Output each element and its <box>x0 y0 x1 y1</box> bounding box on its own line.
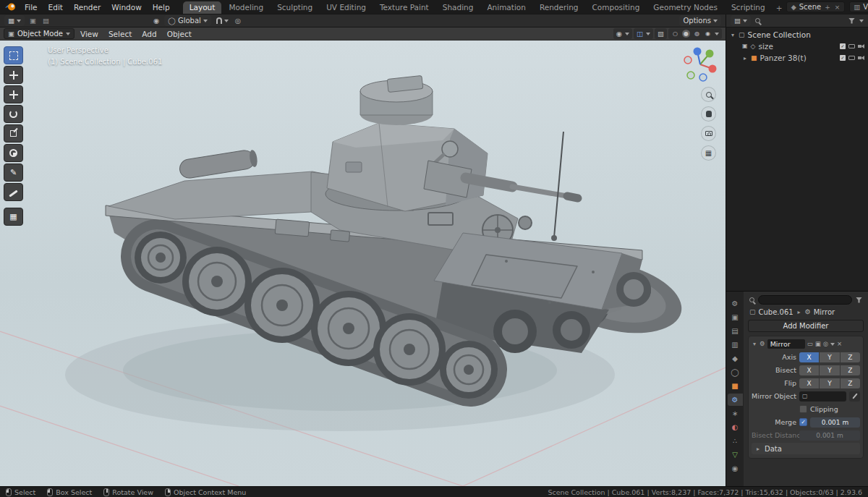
viewport-menu-view[interactable]: View <box>76 29 103 39</box>
view-layer-selector[interactable]: ▥ View Layer × <box>849 1 868 12</box>
show-gizmo-icon[interactable]: ◉ <box>616 30 622 38</box>
material-shading-icon[interactable]: ◍ <box>693 30 701 38</box>
workspace-tab-modeling[interactable]: Modeling <box>222 1 270 14</box>
eyedropper-button[interactable] <box>849 391 860 402</box>
axis-y-button[interactable]: Y <box>820 352 839 362</box>
bisect-x-button[interactable]: X <box>799 365 819 375</box>
pivot-point-icon[interactable]: ◉ <box>153 17 159 25</box>
select-box-tool[interactable] <box>4 46 23 64</box>
menu-render[interactable]: Render <box>69 2 106 12</box>
annotate-tool[interactable]: ✎ <box>4 163 23 182</box>
blender-logo-icon[interactable] <box>4 2 16 12</box>
tab-modifiers[interactable]: ⚙ <box>728 394 743 406</box>
3d-viewport[interactable]: User Perspective (1) Scene Collection | … <box>0 41 726 486</box>
outliner-row-size[interactable]: ▣ ◇ size ✓ <box>726 41 868 52</box>
xray-toggle-icon[interactable]: ▧ <box>658 30 664 38</box>
orthographic-toggle-button[interactable]: ▦ <box>701 145 716 161</box>
axis-z-button[interactable]: Z <box>841 352 860 362</box>
properties-search-input[interactable] <box>758 295 852 305</box>
modifier-name-field[interactable]: Mirror <box>767 339 805 349</box>
workspace-tab-layout[interactable]: Layout <box>183 1 222 14</box>
flip-x-button[interactable]: X <box>799 378 819 388</box>
interaction-mode-dropdown[interactable]: ▣ Object Mode <box>4 28 75 39</box>
solid-shading-icon[interactable]: ● <box>682 30 690 38</box>
viewport-menu-add[interactable]: Add <box>137 29 161 39</box>
breadcrumb-modifier[interactable]: Mirror <box>814 308 835 316</box>
tab-view-layer[interactable]: ▥ <box>728 339 743 351</box>
scale-tool[interactable] <box>4 124 23 143</box>
outliner-filter-icon[interactable] <box>848 18 855 24</box>
camera-view-button[interactable] <box>701 126 716 141</box>
tab-object[interactable]: ■ <box>728 380 743 392</box>
disable-render-icon[interactable] <box>858 56 864 60</box>
modifier-extras-chevron-icon[interactable] <box>830 343 835 348</box>
workspace-tab-scripting[interactable]: Scripting <box>725 1 772 14</box>
menu-edit[interactable]: Edit <box>43 2 68 12</box>
tab-physics[interactable]: ◐ <box>728 421 743 433</box>
menu-file[interactable]: File <box>20 2 43 12</box>
rendered-shading-icon[interactable]: ◉ <box>704 30 712 38</box>
expand-arrow-icon[interactable]: ▾ <box>730 32 736 38</box>
flip-y-button[interactable]: Y <box>820 378 839 388</box>
disable-viewport-icon[interactable] <box>848 56 855 60</box>
zoom-button[interactable] <box>701 87 716 102</box>
tab-particles[interactable]: ∗ <box>728 407 743 420</box>
axis-x-button[interactable]: X <box>799 352 819 362</box>
workspace-tab-texture-paint[interactable]: Texture Paint <box>373 1 435 14</box>
scene-selector[interactable]: ◆ Scene + × <box>786 1 845 12</box>
tab-render[interactable]: ▣ <box>728 311 743 323</box>
menu-window[interactable]: Window <box>106 2 146 12</box>
collapse-arrow-icon[interactable]: ▾ <box>752 341 757 347</box>
tab-tool[interactable]: ⚙ <box>728 297 743 310</box>
render-display-icon[interactable]: ◎ <box>823 341 828 347</box>
add-cube-tool[interactable]: ▦ <box>4 208 23 226</box>
flip-z-button[interactable]: Z <box>841 378 860 388</box>
rotate-tool[interactable] <box>4 105 23 123</box>
measure-tool[interactable] <box>4 183 23 201</box>
unlink-scene-button[interactable]: × <box>834 4 841 11</box>
cursor-tool[interactable] <box>4 66 23 84</box>
merge-checkbox[interactable]: ✓ <box>799 418 807 426</box>
workspace-tab-compositing[interactable]: Compositing <box>586 1 647 14</box>
viewport-menu-object[interactable]: Object <box>163 29 196 39</box>
tab-output[interactable]: ▤ <box>728 325 743 337</box>
workspace-tab-animation[interactable]: Animation <box>480 1 532 14</box>
bisect-z-button[interactable]: Z <box>841 365 860 375</box>
collection-checkbox-icon[interactable]: ▣ <box>742 43 748 49</box>
menu-help[interactable]: Help <box>148 2 175 12</box>
disable-viewport-icon[interactable] <box>848 44 855 48</box>
tab-material[interactable]: ◉ <box>728 462 743 475</box>
editor-type-selector[interactable]: ▦ <box>4 15 25 26</box>
show-overlays-icon[interactable]: ◫ <box>637 30 643 38</box>
tab-scene[interactable]: ◆ <box>728 352 743 365</box>
viewport-canvas[interactable] <box>0 41 726 486</box>
data-subpanel-header[interactable]: ▸ Data <box>752 443 860 454</box>
transform-orientation-dropdown[interactable]: ◯ Global <box>164 15 211 26</box>
new-scene-button[interactable]: + <box>824 4 831 11</box>
bisect-y-button[interactable]: Y <box>820 365 839 375</box>
workspace-tab-uv-editing[interactable]: UV Editing <box>320 1 373 14</box>
exclude-checkbox-icon[interactable]: ✓ <box>840 43 846 49</box>
outliner-editor-type-selector[interactable]: ▤ <box>731 15 751 26</box>
add-modifier-button[interactable]: Add Modifier <box>748 320 864 332</box>
outliner-row-panzer[interactable]: ▸ ■ Panzer 38(t) ✓ <box>726 52 868 64</box>
expand-arrow-icon[interactable]: ▸ <box>742 55 748 61</box>
options-dropdown[interactable]: Options <box>679 15 721 26</box>
wireframe-shading-icon[interactable]: ○ <box>671 30 679 38</box>
add-workspace-button[interactable]: + <box>773 2 786 14</box>
transform-tool[interactable] <box>4 144 23 162</box>
tool-option-icon-2[interactable]: ▤ <box>43 17 49 25</box>
viewport-menu-select[interactable]: Select <box>104 29 136 39</box>
navigation-gizmo[interactable] <box>681 45 720 86</box>
workspace-tab-rendering[interactable]: Rendering <box>533 1 585 14</box>
merge-threshold-field[interactable]: 0.001 m <box>810 417 860 428</box>
snap-toggle[interactable] <box>215 15 230 26</box>
workspace-tab-geometry-nodes[interactable]: Geometry Nodes <box>647 1 724 14</box>
close-icon[interactable]: × <box>837 341 842 347</box>
proportional-editing-toggle[interactable]: ◎ <box>234 15 242 26</box>
workspace-tab-shading[interactable]: Shading <box>436 1 480 14</box>
workspace-tab-sculpting[interactable]: Sculpting <box>271 1 319 14</box>
tab-object-data[interactable]: ▽ <box>728 449 743 461</box>
mirror-object-field[interactable]: ▢ <box>799 391 846 402</box>
clipping-checkbox[interactable] <box>799 405 807 413</box>
